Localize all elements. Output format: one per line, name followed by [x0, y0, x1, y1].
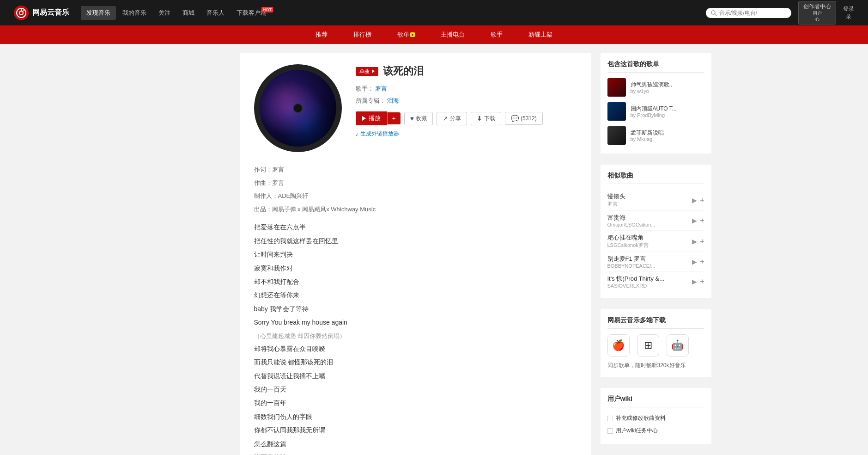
sub-nav-item-playlist[interactable]: 歌单 ●	[394, 25, 418, 44]
logo-icon	[14, 6, 29, 20]
album-link[interactable]: 泪海	[387, 97, 399, 104]
nav-item-follow[interactable]: 关注	[153, 6, 176, 20]
nav-item-download[interactable]: 下载客户端 HOT	[231, 6, 272, 20]
add-similar-icon-3[interactable]: +	[700, 258, 704, 266]
android-icon: 🤖	[671, 339, 684, 351]
svg-line-6	[715, 14, 717, 16]
lyrics-line-7: Sorry You break my house again	[254, 316, 577, 329]
similar-song-1[interactable]: 富贵海 Omajor/LSGCsikori... ▶ +	[607, 211, 704, 231]
download-section: 网易云音乐多端下载 🍎 ⊞ 🤖 同步歌单，随时畅听320k好音乐	[601, 309, 711, 377]
sub-nav-item-charts[interactable]: 排行榜	[350, 25, 375, 44]
download-button[interactable]: ⬇ 下载	[471, 112, 501, 125]
similar-song-3[interactable]: 别走爱F1 罗言 BOBBYNOPEACE/... ▶ +	[607, 252, 704, 272]
collect-button[interactable]: ♥ 收藏	[404, 112, 433, 125]
nav-item-musician[interactable]: 音乐人	[201, 6, 230, 20]
playlist-item-2[interactable]: 孟菲斯新说唱 by Mkuag	[607, 126, 704, 145]
play-similar-icon-4[interactable]: ▶	[692, 278, 697, 285]
search-input[interactable]	[719, 10, 779, 16]
nav-item-mymusic[interactable]: 我的音乐	[117, 6, 152, 20]
lyrics-line-8: （心里建起城堡 却因你轰然倒塌）	[254, 330, 577, 342]
music-note-icon: ♪	[356, 131, 358, 137]
nav-item-store[interactable]: 商城	[177, 6, 200, 20]
header: 网易云音乐 发现音乐 我的音乐 关注 商城 音乐人 下载客户端 HOT 创作者中…	[0, 0, 868, 25]
add-similar-icon-2[interactable]: +	[700, 237, 704, 246]
similar-song-2[interactable]: 粑心挂在嘴角 LSGCsikonol/罗言 ▶ +	[607, 231, 704, 252]
lyrics-line-14: 细数我们伤人的字眼	[254, 410, 577, 424]
download-title: 网易云音乐多端下载	[607, 316, 704, 329]
play-similar-icon-3[interactable]: ▶	[692, 258, 697, 265]
sub-nav-item-recommend[interactable]: 推荐	[312, 25, 331, 44]
similar-song-info-1: 富贵海 Omajor/LSGCsikori...	[607, 214, 692, 228]
sub-nav-item-newalbums[interactable]: 新碟上架	[525, 25, 556, 44]
lyrics-line-12: 我的一百天	[254, 383, 577, 396]
play-similar-icon-0[interactable]: ▶	[692, 197, 697, 204]
playlist-name-1: 国内顶级AUTO T...	[631, 105, 677, 113]
download-windows-button[interactable]: ⊞	[637, 334, 659, 357]
album-center-hole	[293, 103, 303, 113]
playlist-thumb-1	[607, 102, 626, 121]
play-similar-icon-2[interactable]: ▶	[692, 238, 697, 245]
share-icon: ↗	[443, 115, 448, 122]
content-area: 单曲 该死的泪 歌手： 罗言 所属专辑： 泪海	[240, 53, 591, 455]
artist-line: 歌手： 罗言	[356, 83, 577, 95]
lyrics-line-11: 代替我说谎让我插不上嘴	[254, 369, 577, 383]
lyrics-section: 作词：罗言 作曲：罗言 制作人：ADE陶兴轩 出品：网易子弹 x 网易飓风x W…	[254, 163, 577, 455]
lyrics-line-9: 却将我心暴露在众目睽睽	[254, 342, 577, 356]
hot-badge: HOT	[261, 7, 273, 12]
comment-button[interactable]: 💬 (5312)	[505, 112, 543, 125]
play-button[interactable]: 播放	[356, 111, 387, 125]
similar-song-actions-0: ▶ +	[692, 196, 704, 204]
artist-link[interactable]: 罗言	[375, 85, 387, 92]
similar-song-name-4: It's 惊(Prod Thirty &...	[607, 275, 692, 283]
playlist-item-0[interactable]: 帅气男孩巡演歌.. by w1yo	[607, 78, 704, 97]
lyricist-line: 作曲：罗言	[254, 177, 577, 190]
similar-song-artist-3: BOBBYNOPEACE/...	[607, 263, 692, 269]
lyrics-line-10: 而我只能说 都怪那该死的泪	[254, 356, 577, 369]
similar-song-name-0: 慢镜头	[607, 192, 692, 201]
lyrics-line-4: 却不和我打配合	[254, 275, 577, 289]
playlist-info-2: 孟菲斯新说唱 by Mkuag	[631, 129, 664, 142]
add-similar-icon-0[interactable]: +	[700, 196, 704, 204]
add-similar-icon-4[interactable]: +	[700, 277, 704, 286]
playlist-name-0: 帅气男孩巡演歌..	[631, 81, 673, 89]
sub-nav-item-radio[interactable]: 主播电台	[437, 25, 468, 44]
similar-songs-title: 相似歌曲	[607, 172, 704, 184]
similar-song-actions-2: ▶ +	[692, 237, 704, 246]
search-icon	[710, 10, 717, 16]
play-triangle	[362, 116, 366, 121]
sub-nav-item-artists[interactable]: 歌手	[487, 25, 506, 44]
nav-item-discover[interactable]: 发现音乐	[81, 6, 116, 20]
album-art	[254, 64, 342, 152]
similar-song-name-2: 粑心挂在嘴角	[607, 234, 692, 242]
svg-point-0	[14, 6, 29, 20]
badge-arrow	[372, 69, 375, 73]
playlist-item-1[interactable]: 国内顶级AUTO T... by ProdByMing	[607, 102, 704, 121]
similar-song-name-3: 别走爱F1 罗言	[607, 255, 692, 263]
share-button[interactable]: ↗ 分享	[437, 112, 467, 125]
wiki-title: 用户wiki	[607, 395, 704, 407]
add-similar-icon-1[interactable]: +	[700, 216, 704, 225]
search-box[interactable]	[706, 8, 791, 18]
logo-area: 网易云音乐	[14, 6, 69, 20]
wiki-section: 用户wiki 补充或修改歌曲资料 用户wiki任务中心	[601, 388, 711, 444]
wiki-link-1[interactable]: 用户wiki任务中心	[607, 424, 704, 437]
play-similar-icon-1[interactable]: ▶	[692, 217, 697, 224]
similar-song-actions-3: ▶ +	[692, 258, 704, 266]
similar-song-artist-4: SASIOVERLXRD	[607, 283, 692, 289]
gen-link[interactable]: ♪ 生成外链播放器	[356, 130, 399, 138]
playlist-thumb-2	[607, 126, 626, 145]
creator-button[interactable]: 创作者中心 用户 心	[798, 1, 836, 25]
song-title: 该死的泪	[383, 64, 424, 78]
similar-song-actions-4: ▶ +	[692, 277, 704, 286]
similar-song-4[interactable]: It's 惊(Prod Thirty &... SASIOVERLXRD ▶ +	[607, 272, 704, 291]
wiki-link-0[interactable]: 补充或修改歌曲资料	[607, 412, 704, 424]
similar-song-0[interactable]: 慢镜头 罗言 ▶ +	[607, 190, 704, 211]
add-to-playlist-button[interactable]: +	[387, 112, 401, 124]
lyrics-line-17: 弹不完的弦	[254, 451, 577, 455]
download-icon: ⬇	[477, 115, 482, 122]
login-button[interactable]: 登录 录	[843, 5, 854, 21]
song-header: 单曲 该死的泪 歌手： 罗言 所属专辑： 泪海	[254, 64, 577, 152]
download-ios-button[interactable]: 🍎	[607, 334, 630, 357]
wiki-checkbox-1	[607, 428, 613, 434]
download-android-button[interactable]: 🤖	[667, 334, 689, 357]
